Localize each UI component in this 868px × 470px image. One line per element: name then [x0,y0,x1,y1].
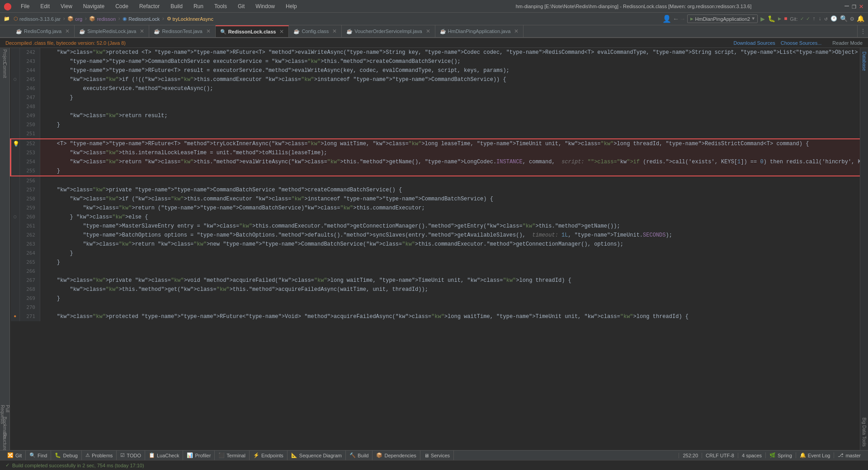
breadcrumb-org[interactable]: 📦 org [67,16,82,22]
download-sources-link[interactable]: Download Sources [734,40,775,46]
breadcrumb-method[interactable]: ⚙ tryLockInnerAsync [167,16,213,22]
menu-help[interactable]: Help [282,3,301,9]
tab-redissonlock[interactable]: 🔍 RedissonLock.class ✕ [216,25,289,37]
status-bar: 🔀 Git 🔍 Find 🐛 Debug ⚠ Problems ☑ TODO 📋… [0,450,868,460]
git-checkmark2[interactable]: ✓ [807,15,810,22]
tab-close-4[interactable]: ✕ [332,28,337,34]
code-editor[interactable]: 242 "kw">class="kw">protected <T> "type-… [10,48,860,450]
menu-view[interactable]: View [57,3,76,9]
run-config-dropdown[interactable]: ▶ HmDianPingApplication2 ▼ [687,14,758,23]
menu-file[interactable]: File [17,3,33,9]
git-checkmark1[interactable]: ✓ [800,15,803,22]
database-tool[interactable]: Database [861,48,868,75]
branch-indicator[interactable]: ⎇ master [834,452,864,458]
terminal-status-item[interactable]: ⬛ Terminal [215,451,250,460]
line-number: 262 [20,231,40,240]
event-log-item[interactable]: 🔔 Event Log [796,452,834,458]
tab-config[interactable]: ☕ Config.class ✕ [289,25,342,37]
code-line-content: "type-name">"type-name">CommandBatchServ… [40,57,860,66]
code-line-content: "kw">class="kw">protected <T> "type-name… [40,48,860,57]
search-icon[interactable]: 🔍 [840,15,848,23]
tab-close-0[interactable]: ✕ [65,28,70,34]
menu-build[interactable]: Build [167,3,186,9]
dependencies-status-item[interactable]: 📦 Dependencies [373,451,420,460]
code-line-content: "kw">class="kw">private "kw">class="kw">… [40,276,860,285]
indent-indicator[interactable]: 4 spaces [738,453,765,458]
maximize-button[interactable]: ❐ [851,3,857,9]
breadcrumb-jar[interactable]: ⬡ redisson-3.13.6.jar [14,16,61,22]
position-indicator[interactable]: 252:20 [679,453,702,458]
breadcrumb-class[interactable]: ◉ RedissonLock [123,16,160,22]
endpoints-icon: ⚡ [253,452,259,458]
tab-redisconfig[interactable]: ☕ RedisConfig.java ✕ [11,25,75,37]
luacheck-status-item[interactable]: 📋 LuaCheck [145,451,184,460]
project-tool-button[interactable]: Project [0,50,10,63]
find-status-item[interactable]: 🔍 Find [26,451,51,460]
line-gutter-cell [11,294,20,303]
line-number: 250 [20,120,40,129]
structure-button[interactable]: Structure [0,435,10,448]
menu-git[interactable]: Git [234,3,248,9]
menu-tools[interactable]: Tools [211,3,231,9]
menu-window[interactable]: Window [252,3,278,9]
spring-indicator[interactable]: 🌿 Spring [765,452,796,458]
code-line-content [40,267,860,276]
minimize-button[interactable]: ─ [844,3,850,9]
reader-mode-link[interactable]: Reader Mode [832,40,863,46]
todo-status-item[interactable]: ☑ TODO [117,451,145,460]
tab-hmdianping[interactable]: ☕ HmDianPingApplication.java ✕ [435,25,524,37]
title-bar-left: ⬤ File Edit View Navigate Code Refactor … [4,2,424,11]
commit-tool-button[interactable]: Commit [0,63,10,77]
tab-close-5[interactable]: ✕ [426,28,430,34]
java-file-icon-4: ☕ [440,28,446,34]
git-history[interactable]: 🕐 [830,15,837,22]
git-arrow-down[interactable]: ↓ [818,16,821,22]
encoding-indicator[interactable]: CRLF UTF-8 [702,453,738,458]
todo-icon: ☑ [120,452,125,458]
tab-redissontest[interactable]: ☕ RedissonTest.java ✕ [149,25,215,37]
tab-simpleredislock[interactable]: ☕ SimpleRedisLock.java ✕ [75,25,149,37]
settings-icon[interactable]: ⚙ [850,15,854,23]
sequence-diagram-status-item[interactable]: 📐 Sequence Diagram [288,451,346,460]
menu-run[interactable]: Run [190,3,207,9]
stop-button[interactable]: ■ [784,16,787,22]
tab-close-6[interactable]: ✕ [514,28,519,34]
git-arrow-up[interactable]: ↑ [812,16,816,22]
menu-edit[interactable]: Edit [37,3,53,9]
line-gutter-cell [11,231,20,240]
bigdata-tool[interactable]: Big Data Tools [861,414,868,450]
git-refresh[interactable]: ↺ [824,15,827,22]
menu-code[interactable]: Code [112,3,132,9]
status-bar-right: 252:20 CRLF UTF-8 4 spaces 🌿 Spring 🔔 Ev… [679,452,864,458]
forward-button[interactable]: → [681,15,684,23]
line-number: 253 [20,148,40,157]
tab-close-1[interactable]: ✕ [140,28,144,34]
choose-sources-link[interactable]: Choose Sources... [781,40,822,46]
debug-button[interactable]: 🐛 [768,15,775,23]
close-button[interactable]: ✕ [858,3,864,9]
tab-voucherorder[interactable]: ☕ VoucherOrderServiceImpl.java ✕ [342,25,435,37]
run-with-coverage[interactable]: ▶ [778,15,781,22]
line-gutter-cell [11,195,20,204]
table-row: 255 } [11,166,860,176]
search-file-icon: 🔍 [220,29,226,35]
tabs-overflow-button[interactable]: ⋮ [857,25,868,37]
menu-refactor[interactable]: Refactor [136,3,163,9]
build-status-item[interactable]: 🔨 Build [346,451,373,460]
code-scroll-area[interactable]: 242 "kw">class="kw">protected <T> "type-… [10,48,860,450]
menu-navigate[interactable]: Navigate [80,3,108,9]
tab-close-2[interactable]: ✕ [206,28,211,34]
breadcrumb-redisson[interactable]: 📦 redisson [89,16,116,22]
tab-close-3[interactable]: ✕ [279,28,284,35]
run-button[interactable]: ▶ [760,14,765,24]
endpoints-status-item[interactable]: ⚡ Endpoints [250,451,288,460]
back-button[interactable]: ← [674,15,678,23]
profiler-status-item[interactable]: 📊 Profiler [183,451,215,460]
notifications-icon[interactable]: 🔔 [857,15,864,23]
line-number: 243 [20,57,40,66]
line-number: 266 [20,267,40,276]
git-status-item[interactable]: 🔀 Git [4,451,26,460]
debug-status-item[interactable]: 🐛 Debug [51,451,81,460]
services-status-item[interactable]: 🖥 Services [420,451,454,460]
problems-status-item[interactable]: ⚠ Problems [82,451,117,460]
